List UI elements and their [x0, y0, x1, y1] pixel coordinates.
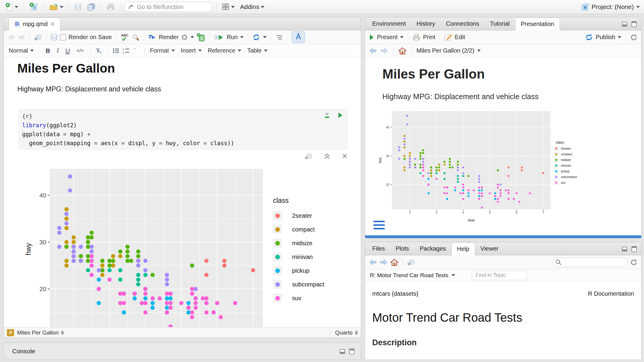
workspace-panes-button[interactable]: [221, 2, 236, 12]
tab-viewer[interactable]: Viewer: [475, 242, 504, 255]
editor-mode-selector[interactable]: Quarto: [330, 328, 358, 338]
paragraph-style-dropdown[interactable]: Normal: [9, 47, 34, 54]
help-search-box[interactable]: [552, 257, 628, 267]
tab-files[interactable]: Files: [367, 242, 390, 255]
present-button[interactable]: Present: [377, 34, 398, 41]
svg-text:40: 40: [39, 192, 46, 199]
numbered-list-icon[interactable]: 12: [123, 47, 130, 54]
slide-caret: [477, 50, 481, 52]
new-file-button[interactable]: [4, 2, 19, 12]
clear-format-icon[interactable]: T: [95, 47, 103, 54]
tab-history[interactable]: History: [411, 17, 440, 30]
svg-text:1: 1: [123, 48, 124, 51]
insert-chunk-icon[interactable]: C: [196, 33, 205, 42]
popout-icon[interactable]: [34, 34, 42, 41]
separator: [408, 33, 408, 42]
tab-packages[interactable]: Packages: [414, 242, 451, 255]
slide-menu-icon[interactable]: [373, 221, 385, 229]
run-button[interactable]: Run: [227, 34, 238, 41]
tab-plots[interactable]: Plots: [390, 242, 414, 255]
tab-connections[interactable]: Connections: [441, 17, 485, 30]
publish-caret[interactable]: [618, 36, 621, 38]
refresh-icon[interactable]: [630, 33, 638, 41]
render-button[interactable]: Render: [159, 34, 179, 41]
tab-mpg-qmd[interactable]: mpg.qmd ✕: [9, 17, 60, 30]
help-section-heading: Description: [372, 338, 634, 347]
code-button[interactable]: </>: [75, 47, 86, 54]
save-button[interactable]: [73, 2, 83, 11]
section-selector-icon[interactable]: [61, 331, 64, 335]
blockquote-icon[interactable]: ”: [133, 47, 140, 54]
minimize-pane-icon[interactable]: [622, 20, 629, 27]
save-all-button[interactable]: [86, 2, 97, 12]
tab-label: Tutorial: [490, 20, 510, 27]
project-caret: [636, 6, 640, 8]
popout-icon[interactable]: [407, 259, 415, 266]
run-caret[interactable]: [240, 36, 244, 38]
rerun-caret[interactable]: [263, 36, 267, 38]
maximize-pane-icon[interactable]: [349, 348, 355, 355]
collapse-output-icon[interactable]: [323, 153, 331, 160]
tab-help[interactable]: Help: [451, 242, 475, 255]
new-project-button[interactable]: R: [28, 1, 39, 12]
svg-text:30: 30: [386, 154, 390, 158]
italic-button[interactable]: I: [55, 46, 61, 55]
run-chunk-icon[interactable]: [337, 112, 343, 119]
underline-button[interactable]: U: [64, 47, 72, 55]
gear-icon[interactable]: [181, 34, 188, 41]
find-replace-icon[interactable]: [132, 33, 140, 41]
print-button[interactable]: [105, 2, 116, 12]
forward-icon[interactable]: [18, 34, 25, 41]
refresh-icon[interactable]: [630, 258, 638, 266]
rerun-icon[interactable]: [252, 33, 261, 41]
table-menu[interactable]: Table: [247, 47, 268, 54]
visual-mode-toggle[interactable]: [292, 31, 305, 43]
tab-environment[interactable]: Environment: [367, 17, 411, 30]
find-in-topic-input[interactable]: [472, 271, 527, 280]
spellcheck-icon[interactable]: ABC: [120, 33, 129, 42]
help-search-input[interactable]: [563, 260, 623, 264]
open-file-button[interactable]: [48, 2, 65, 12]
insert-menu[interactable]: Insert: [181, 47, 202, 54]
render-on-save-checkbox[interactable]: [60, 34, 66, 40]
console-pane[interactable]: Console: [4, 343, 361, 360]
back-icon[interactable]: [369, 259, 377, 266]
goto-file-search[interactable]: [125, 2, 212, 12]
edit-button[interactable]: Edit: [455, 34, 465, 41]
forward-icon[interactable]: [379, 259, 388, 266]
clear-output-icon[interactable]: ✕: [342, 153, 348, 160]
home-icon[interactable]: [390, 258, 399, 266]
addins-menu[interactable]: Addins: [239, 2, 265, 11]
separator: [271, 33, 271, 42]
close-tab-icon[interactable]: ✕: [50, 21, 55, 27]
render-options-caret[interactable]: [190, 36, 194, 38]
popout-output-icon[interactable]: [305, 153, 312, 160]
minimize-pane-icon[interactable]: [622, 245, 629, 252]
back-icon[interactable]: [7, 34, 15, 41]
code-chunk[interactable]: {r} library(ggplot2)ggplot(data = mpg) +…: [18, 109, 348, 150]
maximize-pane-icon[interactable]: [631, 20, 638, 27]
slide-selector[interactable]: Miles Per Gallon (2/2): [416, 47, 481, 54]
forward-icon[interactable]: [380, 47, 388, 54]
project-menu[interactable]: R Project: (None): [581, 3, 640, 11]
tab-presentation[interactable]: Presentation: [515, 17, 560, 30]
print-button[interactable]: Print: [423, 34, 435, 41]
run-chunks-above-icon[interactable]: [323, 112, 331, 119]
minimize-pane-icon[interactable]: [339, 348, 347, 355]
present-caret[interactable]: [400, 36, 404, 38]
back-icon[interactable]: [369, 47, 377, 54]
reference-menu[interactable]: Reference: [208, 47, 241, 54]
bold-button[interactable]: B: [44, 47, 52, 55]
status-section-label[interactable]: Miles Per Gallon: [17, 329, 59, 336]
topic-selector[interactable]: R: Motor Trend Car Road Tests: [370, 272, 455, 279]
publish-button[interactable]: Publish: [596, 34, 615, 41]
format-menu[interactable]: Format: [150, 47, 175, 54]
goto-file-input[interactable]: [137, 4, 206, 10]
help-topic-bar: R: Motor Trend Car Road Tests: [365, 269, 641, 282]
outline-icon[interactable]: [275, 34, 283, 41]
home-icon[interactable]: [398, 47, 407, 55]
save-icon[interactable]: [51, 34, 58, 41]
bullet-list-icon[interactable]: [112, 47, 120, 54]
tab-tutorial[interactable]: Tutorial: [485, 17, 515, 30]
maximize-pane-icon[interactable]: [631, 245, 638, 252]
